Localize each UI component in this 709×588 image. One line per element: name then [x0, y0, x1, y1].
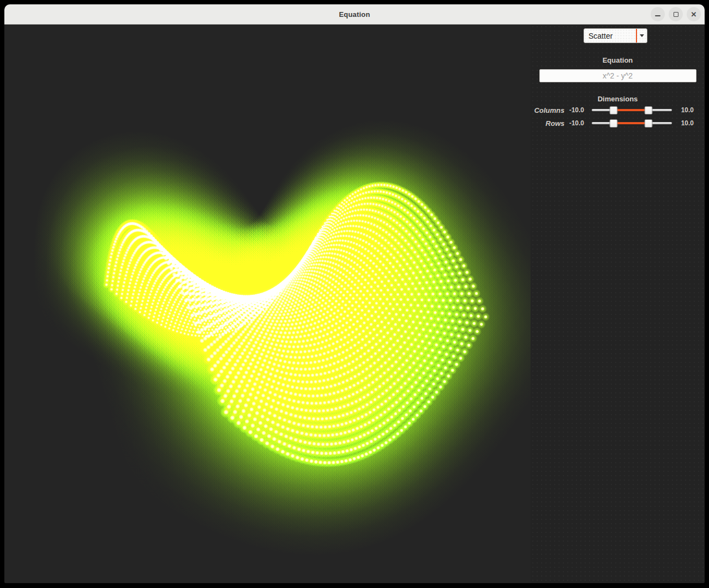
equation-label: Equation — [531, 56, 705, 64]
slider-fill — [614, 109, 649, 111]
sidebar: Scatter Equation Dimensions Columns -10.… — [531, 25, 705, 583]
window-controls: ✕ — [651, 7, 701, 21]
window-title: Equation — [339, 10, 370, 19]
dropdown-arrow-button[interactable] — [636, 29, 647, 43]
chevron-down-icon — [640, 34, 644, 37]
chart-type-value: Scatter — [584, 29, 636, 43]
plot-area[interactable] — [4, 25, 531, 583]
columns-range-slider[interactable] — [592, 106, 672, 114]
columns-min-value: -10.0 — [564, 106, 584, 114]
slider-handle-low[interactable] — [609, 119, 617, 128]
rows-max-value: 10.0 — [675, 119, 694, 127]
minimize-button[interactable] — [651, 7, 665, 21]
slider-handle-high[interactable] — [645, 106, 653, 114]
close-icon: ✕ — [691, 11, 697, 18]
minimize-icon — [655, 15, 660, 16]
maximize-button[interactable] — [669, 7, 683, 21]
content-area: Scatter Equation Dimensions Columns -10.… — [4, 25, 705, 583]
app-window: Equation ✕ Scatter Equation — [4, 4, 705, 583]
slider-handle-high[interactable] — [645, 119, 653, 128]
rows-label: Rows — [531, 119, 564, 128]
slider-fill — [614, 122, 649, 124]
columns-label: Columns — [531, 106, 564, 114]
titlebar: Equation ✕ — [4, 4, 705, 25]
columns-slider-row: Columns -10.0 10.0 — [531, 104, 705, 116]
close-button[interactable]: ✕ — [687, 7, 701, 21]
surface-canvas[interactable] — [4, 25, 531, 583]
chart-type-dropdown[interactable]: Scatter — [584, 28, 647, 43]
maximize-icon — [674, 12, 678, 17]
slider-handle-low[interactable] — [609, 106, 617, 114]
rows-range-slider[interactable] — [592, 119, 672, 128]
rows-min-value: -10.0 — [564, 119, 584, 127]
columns-max-value: 10.0 — [675, 106, 694, 114]
dimensions-label: Dimensions — [531, 95, 705, 103]
equation-input[interactable] — [539, 69, 696, 82]
rows-slider-row: Rows -10.0 10.0 — [531, 117, 705, 129]
